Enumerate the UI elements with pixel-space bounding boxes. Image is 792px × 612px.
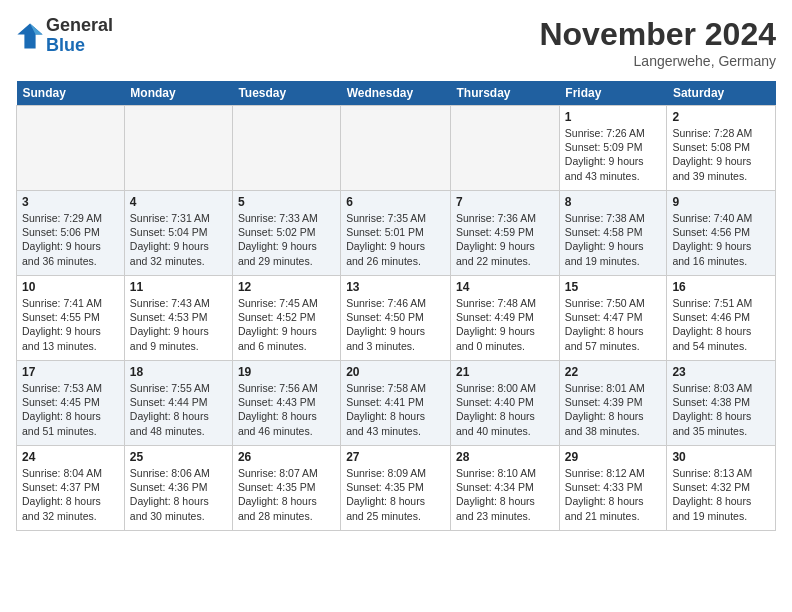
calendar-cell: 7Sunrise: 7:36 AM Sunset: 4:59 PM Daylig… [451, 191, 560, 276]
calendar-cell [451, 106, 560, 191]
calendar-cell: 4Sunrise: 7:31 AM Sunset: 5:04 PM Daylig… [124, 191, 232, 276]
calendar-cell: 27Sunrise: 8:09 AM Sunset: 4:35 PM Dayli… [341, 446, 451, 531]
calendar-cell [341, 106, 451, 191]
location: Langerwehe, Germany [539, 53, 776, 69]
day-info: Sunrise: 8:03 AM Sunset: 4:38 PM Dayligh… [672, 381, 770, 438]
calendar-cell: 17Sunrise: 7:53 AM Sunset: 4:45 PM Dayli… [17, 361, 125, 446]
day-number: 13 [346, 280, 445, 294]
svg-marker-0 [17, 23, 42, 48]
calendar-cell: 11Sunrise: 7:43 AM Sunset: 4:53 PM Dayli… [124, 276, 232, 361]
day-info: Sunrise: 7:45 AM Sunset: 4:52 PM Dayligh… [238, 296, 335, 353]
day-info: Sunrise: 7:38 AM Sunset: 4:58 PM Dayligh… [565, 211, 662, 268]
day-info: Sunrise: 8:13 AM Sunset: 4:32 PM Dayligh… [672, 466, 770, 523]
day-info: Sunrise: 7:26 AM Sunset: 5:09 PM Dayligh… [565, 126, 662, 183]
day-info: Sunrise: 8:10 AM Sunset: 4:34 PM Dayligh… [456, 466, 554, 523]
day-info: Sunrise: 7:50 AM Sunset: 4:47 PM Dayligh… [565, 296, 662, 353]
day-number: 7 [456, 195, 554, 209]
calendar-cell: 30Sunrise: 8:13 AM Sunset: 4:32 PM Dayli… [667, 446, 776, 531]
month-title: November 2024 [539, 16, 776, 53]
calendar-cell: 3Sunrise: 7:29 AM Sunset: 5:06 PM Daylig… [17, 191, 125, 276]
day-info: Sunrise: 7:33 AM Sunset: 5:02 PM Dayligh… [238, 211, 335, 268]
calendar-cell: 18Sunrise: 7:55 AM Sunset: 4:44 PM Dayli… [124, 361, 232, 446]
calendar-cell: 2Sunrise: 7:28 AM Sunset: 5:08 PM Daylig… [667, 106, 776, 191]
day-number: 26 [238, 450, 335, 464]
calendar-table: SundayMondayTuesdayWednesdayThursdayFrid… [16, 81, 776, 531]
day-number: 2 [672, 110, 770, 124]
day-info: Sunrise: 7:35 AM Sunset: 5:01 PM Dayligh… [346, 211, 445, 268]
day-info: Sunrise: 8:12 AM Sunset: 4:33 PM Dayligh… [565, 466, 662, 523]
logo: General Blue [16, 16, 113, 56]
weekday-header-wednesday: Wednesday [341, 81, 451, 106]
day-number: 24 [22, 450, 119, 464]
day-info: Sunrise: 8:06 AM Sunset: 4:36 PM Dayligh… [130, 466, 227, 523]
calendar-cell: 20Sunrise: 7:58 AM Sunset: 4:41 PM Dayli… [341, 361, 451, 446]
calendar-cell: 19Sunrise: 7:56 AM Sunset: 4:43 PM Dayli… [232, 361, 340, 446]
calendar-cell: 28Sunrise: 8:10 AM Sunset: 4:34 PM Dayli… [451, 446, 560, 531]
page-header: General Blue November 2024 Langerwehe, G… [16, 16, 776, 69]
logo-icon [16, 22, 44, 50]
day-number: 12 [238, 280, 335, 294]
calendar-cell: 13Sunrise: 7:46 AM Sunset: 4:50 PM Dayli… [341, 276, 451, 361]
calendar-week-row: 10Sunrise: 7:41 AM Sunset: 4:55 PM Dayli… [17, 276, 776, 361]
day-info: Sunrise: 7:43 AM Sunset: 4:53 PM Dayligh… [130, 296, 227, 353]
calendar-cell [124, 106, 232, 191]
day-number: 20 [346, 365, 445, 379]
weekday-header-friday: Friday [559, 81, 667, 106]
day-info: Sunrise: 7:48 AM Sunset: 4:49 PM Dayligh… [456, 296, 554, 353]
day-number: 1 [565, 110, 662, 124]
calendar-cell: 24Sunrise: 8:04 AM Sunset: 4:37 PM Dayli… [17, 446, 125, 531]
day-info: Sunrise: 8:01 AM Sunset: 4:39 PM Dayligh… [565, 381, 662, 438]
day-number: 19 [238, 365, 335, 379]
day-info: Sunrise: 7:46 AM Sunset: 4:50 PM Dayligh… [346, 296, 445, 353]
day-number: 16 [672, 280, 770, 294]
logo-blue-text: Blue [46, 35, 85, 55]
weekday-header-saturday: Saturday [667, 81, 776, 106]
day-number: 8 [565, 195, 662, 209]
calendar-cell: 15Sunrise: 7:50 AM Sunset: 4:47 PM Dayli… [559, 276, 667, 361]
calendar-cell [17, 106, 125, 191]
calendar-cell: 29Sunrise: 8:12 AM Sunset: 4:33 PM Dayli… [559, 446, 667, 531]
day-number: 17 [22, 365, 119, 379]
day-info: Sunrise: 7:55 AM Sunset: 4:44 PM Dayligh… [130, 381, 227, 438]
day-number: 9 [672, 195, 770, 209]
day-info: Sunrise: 7:40 AM Sunset: 4:56 PM Dayligh… [672, 211, 770, 268]
calendar-cell: 5Sunrise: 7:33 AM Sunset: 5:02 PM Daylig… [232, 191, 340, 276]
title-block: November 2024 Langerwehe, Germany [539, 16, 776, 69]
calendar-week-row: 3Sunrise: 7:29 AM Sunset: 5:06 PM Daylig… [17, 191, 776, 276]
day-number: 29 [565, 450, 662, 464]
calendar-cell: 26Sunrise: 8:07 AM Sunset: 4:35 PM Dayli… [232, 446, 340, 531]
day-info: Sunrise: 7:56 AM Sunset: 4:43 PM Dayligh… [238, 381, 335, 438]
day-info: Sunrise: 7:58 AM Sunset: 4:41 PM Dayligh… [346, 381, 445, 438]
calendar-cell: 1Sunrise: 7:26 AM Sunset: 5:09 PM Daylig… [559, 106, 667, 191]
calendar-week-row: 17Sunrise: 7:53 AM Sunset: 4:45 PM Dayli… [17, 361, 776, 446]
day-info: Sunrise: 7:29 AM Sunset: 5:06 PM Dayligh… [22, 211, 119, 268]
day-number: 5 [238, 195, 335, 209]
calendar-cell: 14Sunrise: 7:48 AM Sunset: 4:49 PM Dayli… [451, 276, 560, 361]
day-number: 3 [22, 195, 119, 209]
day-number: 11 [130, 280, 227, 294]
day-number: 21 [456, 365, 554, 379]
day-number: 28 [456, 450, 554, 464]
day-info: Sunrise: 8:04 AM Sunset: 4:37 PM Dayligh… [22, 466, 119, 523]
day-info: Sunrise: 7:28 AM Sunset: 5:08 PM Dayligh… [672, 126, 770, 183]
calendar-cell [232, 106, 340, 191]
weekday-header-row: SundayMondayTuesdayWednesdayThursdayFrid… [17, 81, 776, 106]
weekday-header-thursday: Thursday [451, 81, 560, 106]
weekday-header-tuesday: Tuesday [232, 81, 340, 106]
calendar-cell: 22Sunrise: 8:01 AM Sunset: 4:39 PM Dayli… [559, 361, 667, 446]
calendar-week-row: 1Sunrise: 7:26 AM Sunset: 5:09 PM Daylig… [17, 106, 776, 191]
calendar-week-row: 24Sunrise: 8:04 AM Sunset: 4:37 PM Dayli… [17, 446, 776, 531]
calendar-cell: 8Sunrise: 7:38 AM Sunset: 4:58 PM Daylig… [559, 191, 667, 276]
day-info: Sunrise: 7:41 AM Sunset: 4:55 PM Dayligh… [22, 296, 119, 353]
day-info: Sunrise: 8:09 AM Sunset: 4:35 PM Dayligh… [346, 466, 445, 523]
day-number: 22 [565, 365, 662, 379]
logo-general-text: General [46, 15, 113, 35]
weekday-header-sunday: Sunday [17, 81, 125, 106]
day-number: 25 [130, 450, 227, 464]
calendar-cell: 16Sunrise: 7:51 AM Sunset: 4:46 PM Dayli… [667, 276, 776, 361]
calendar-cell: 23Sunrise: 8:03 AM Sunset: 4:38 PM Dayli… [667, 361, 776, 446]
day-number: 6 [346, 195, 445, 209]
day-info: Sunrise: 8:07 AM Sunset: 4:35 PM Dayligh… [238, 466, 335, 523]
day-number: 10 [22, 280, 119, 294]
calendar-cell: 9Sunrise: 7:40 AM Sunset: 4:56 PM Daylig… [667, 191, 776, 276]
